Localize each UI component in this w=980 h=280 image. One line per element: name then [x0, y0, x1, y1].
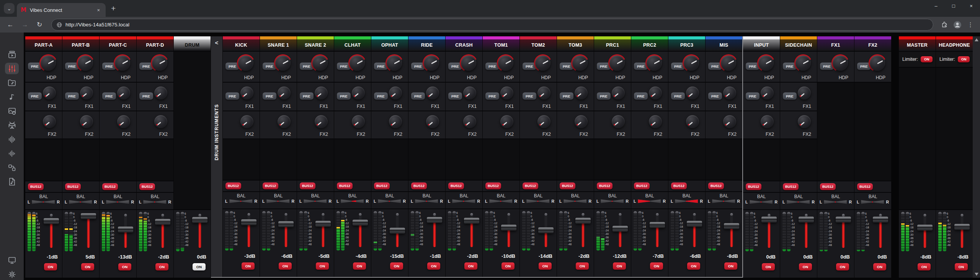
volume-fader[interactable] [722, 211, 742, 251]
volume-fader[interactable] [153, 212, 173, 251]
balance-slider[interactable] [750, 200, 773, 204]
window-minimize-button[interactable]: – [927, 0, 945, 11]
balance-slider[interactable] [564, 199, 586, 203]
knob-fx2[interactable] [276, 114, 292, 129]
volume-fader[interactable] [190, 212, 210, 251]
knob-fx2[interactable] [462, 114, 477, 129]
pre-button-fx1[interactable]: PRE [225, 92, 239, 99]
channel-on-button[interactable]: ON [576, 262, 589, 270]
channel-on-button[interactable]: ON [836, 263, 849, 270]
volume-fader[interactable] [647, 211, 667, 251]
fader-handle[interactable] [761, 217, 777, 223]
fader-handle[interactable] [799, 217, 814, 223]
sidebar-item-song-file[interactable] [5, 176, 19, 187]
drum-group-collapse-bar[interactable]: < DRUM INSTRUMENTS [211, 36, 222, 277]
volume-fader[interactable] [796, 212, 816, 251]
window-maximize-button[interactable]: □ [945, 0, 962, 11]
volume-fader[interactable] [536, 211, 556, 251]
channel-on-button[interactable]: ON [279, 262, 292, 270]
channel-on-button[interactable]: ON [955, 263, 968, 270]
forward-button[interactable]: → [19, 19, 31, 31]
knob-hdp[interactable] [311, 54, 329, 72]
channel-on-button[interactable]: ON [193, 263, 206, 270]
volume-fader[interactable] [350, 211, 370, 251]
channel-on-button[interactable]: ON [613, 262, 626, 270]
knob-fx2[interactable] [314, 114, 329, 129]
knob-hdp[interactable] [794, 54, 812, 72]
knob-fx1[interactable] [153, 85, 168, 101]
vertical-scrollbar[interactable] [973, 36, 980, 278]
bus-assign-badge[interactable]: BUS12 [597, 182, 612, 189]
knob-hdp[interactable] [683, 54, 700, 72]
fader-handle[interactable] [44, 218, 59, 224]
knob-fx2[interactable] [351, 114, 366, 129]
balance-slider[interactable] [229, 199, 252, 203]
bus-assign-badge[interactable]: BUS12 [857, 183, 873, 190]
address-bar[interactable]: http://Vibes-14a51f675.local [51, 19, 933, 31]
volume-fader[interactable] [573, 211, 593, 251]
volume-fader[interactable] [313, 211, 333, 251]
knob-fx1[interactable] [314, 85, 329, 101]
fader-handle[interactable] [192, 217, 207, 223]
knob-fx2[interactable] [116, 114, 131, 129]
balance-slider[interactable] [712, 199, 735, 203]
volume-fader[interactable] [759, 212, 779, 251]
fader-handle[interactable] [390, 228, 405, 234]
knob-hdp[interactable] [274, 54, 292, 72]
knob-fx1[interactable] [536, 85, 552, 101]
knob-hdp[interactable] [720, 54, 737, 72]
fader-handle[interactable] [836, 217, 851, 223]
pre-button-fx1[interactable]: PRE [263, 92, 276, 99]
scroll-up-icon[interactable] [975, 38, 978, 41]
knob-fx1[interactable] [388, 85, 403, 101]
balance-slider[interactable] [69, 200, 92, 204]
fader-handle[interactable] [241, 220, 256, 225]
fader-handle[interactable] [873, 217, 888, 223]
channel-on-button[interactable]: ON [918, 263, 931, 270]
balance-slider[interactable] [638, 199, 661, 203]
fader-handle[interactable] [954, 224, 970, 230]
channel-on-button[interactable]: ON [687, 262, 700, 270]
volume-fader[interactable] [387, 211, 407, 251]
channel-on-button[interactable]: ON [390, 262, 403, 270]
bus-assign-badge[interactable]: BUS12 [300, 182, 315, 189]
bus-assign-badge[interactable]: BUS12 [634, 182, 650, 189]
bus-assign-badge[interactable]: BUS12 [671, 182, 687, 189]
bus-assign-badge[interactable]: BUS12 [746, 183, 761, 190]
knob-fx1[interactable] [276, 85, 292, 101]
knob-fx1[interactable] [499, 85, 514, 101]
pre-button-fx1[interactable]: PRE [485, 92, 499, 99]
volume-fader[interactable] [915, 212, 935, 251]
browser-menu-icon[interactable]: ⋮ [965, 20, 975, 30]
sidebar-item-drumkit[interactable] [5, 119, 19, 131]
bus-assign-badge[interactable]: BUS12 [708, 182, 724, 189]
fader-handle[interactable] [612, 226, 628, 231]
knob-fx1[interactable] [685, 85, 700, 101]
sidebar-item-display[interactable] [5, 254, 19, 266]
pre-button-fx1[interactable]: PRE [523, 92, 536, 99]
knob-hdp[interactable] [460, 54, 477, 72]
channel-on-button[interactable]: ON [155, 263, 168, 270]
channel-on-button[interactable]: ON [873, 263, 886, 270]
volume-fader[interactable] [41, 212, 61, 251]
knob-hdp[interactable] [39, 54, 57, 72]
knob-fx1[interactable] [462, 85, 477, 101]
channel-on-button[interactable]: ON [464, 262, 477, 270]
volume-fader[interactable] [610, 211, 630, 251]
balance-slider[interactable] [861, 200, 884, 204]
bus-assign-badge[interactable]: BUS12 [102, 183, 118, 190]
knob-fx1[interactable] [351, 85, 366, 101]
fader-handle[interactable] [278, 221, 294, 227]
sidebar-item-file-browser[interactable] [5, 77, 19, 88]
knob-fx1[interactable] [79, 85, 94, 101]
collapse-group-icon[interactable]: < [215, 36, 219, 47]
channel-on-button[interactable]: ON [501, 262, 514, 270]
knob-hdp[interactable] [77, 54, 94, 72]
balance-slider[interactable] [601, 199, 624, 203]
pre-button-fx1[interactable]: PRE [708, 92, 722, 99]
knob-hdp[interactable] [151, 54, 168, 72]
balance-slider[interactable] [32, 200, 55, 204]
sidebar-item-settings[interactable] [5, 269, 19, 280]
balance-slider[interactable] [415, 199, 438, 203]
pre-button-fx1[interactable]: PRE [634, 92, 648, 99]
